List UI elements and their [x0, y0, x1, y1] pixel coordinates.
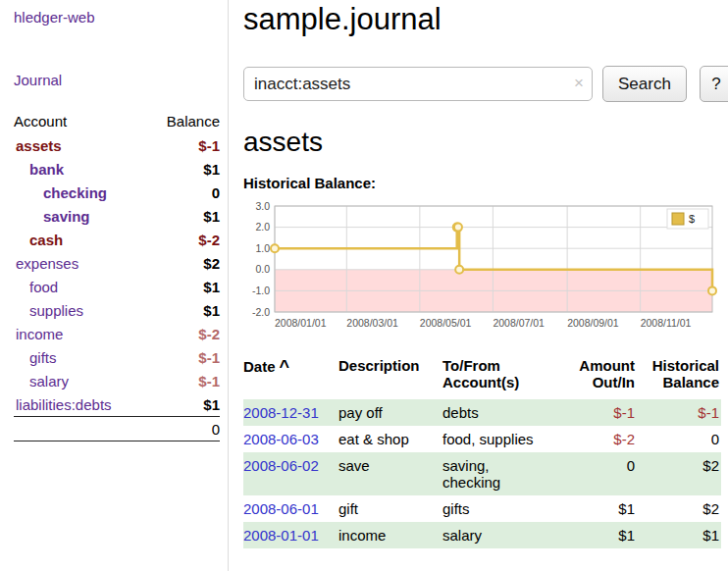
account-link[interactable]: salary [29, 373, 69, 389]
svg-text:2.0: 2.0 [255, 221, 270, 233]
register-header-amount: Amount Out/In [552, 355, 637, 399]
account-row: liabilities:debts$1 [14, 392, 220, 417]
transaction-date-link[interactable]: 2008-06-02 [243, 457, 319, 474]
svg-text:2008/01/01: 2008/01/01 [275, 317, 327, 329]
transaction-amount: $-2 [552, 426, 637, 452]
transaction-date-cell: 2008-06-03 [243, 426, 338, 452]
account-balance: $-1 [147, 133, 220, 157]
account-link[interactable]: checking [43, 184, 107, 201]
account-name-cell: cash [14, 228, 147, 251]
account-name-cell: saving [14, 204, 147, 228]
transaction-amount: $-1 [552, 399, 637, 426]
chart-canvas: 3.02.01.00.0-1.0-2.02008/01/012008/03/01… [243, 198, 720, 337]
account-link[interactable]: saving [43, 208, 90, 225]
account-balance: $1 [147, 204, 220, 228]
account-name-cell: bank [14, 157, 147, 181]
account-balance: $-1 [147, 369, 220, 392]
account-link[interactable]: food [29, 279, 58, 295]
svg-text:2008/03/01: 2008/03/01 [346, 317, 398, 329]
account-balance: $1 [147, 275, 220, 298]
account-row: expenses$2 [14, 251, 220, 275]
account-row: gifts$-1 [14, 345, 220, 369]
transaction-description: gift [338, 495, 442, 522]
svg-text:-1.0: -1.0 [252, 285, 270, 296]
sort-ascending-icon: ^ [280, 357, 290, 377]
account-name-cell: supplies [14, 298, 147, 322]
transaction-date-cell: 2008-06-02 [243, 452, 338, 495]
transaction-description: income [338, 522, 442, 548]
account-balance: $1 [147, 392, 220, 417]
account-link[interactable]: expenses [16, 255, 78, 272]
account-balance: 0 [147, 181, 220, 204]
transaction-accounts: saving, checking [442, 452, 552, 495]
accounts-header-balance: Balance [147, 109, 220, 133]
account-row: supplies$1 [14, 298, 220, 322]
account-name-cell: assets [14, 133, 147, 157]
account-link[interactable]: gifts [29, 349, 57, 366]
register-row: 2008-06-02savesaving, checking0$2 [243, 452, 721, 495]
transaction-balance: 0 [637, 426, 721, 452]
transaction-accounts: food, supplies [442, 426, 552, 452]
account-name-cell: gifts [14, 345, 147, 369]
account-balance: $1 [147, 298, 220, 322]
account-row: food$1 [14, 275, 220, 298]
accounts-table: Account Balance assets$-1bank$1checking0… [14, 109, 220, 441]
account-link[interactable]: assets [16, 137, 62, 154]
app-title-link[interactable]: hledger-web [14, 9, 95, 26]
search-box: × [243, 67, 593, 101]
transaction-description: save [338, 452, 442, 495]
account-balance: $-2 [147, 228, 220, 251]
transaction-date-link[interactable]: 2008-06-01 [243, 500, 319, 517]
svg-text:3.0: 3.0 [255, 200, 270, 212]
transaction-date-link[interactable]: 2008-06-03 [243, 431, 319, 447]
account-link[interactable]: income [16, 326, 63, 342]
account-row: assets$-1 [14, 133, 220, 157]
account-balance: $2 [147, 251, 220, 275]
transaction-accounts: gifts [442, 495, 552, 522]
account-name-cell: liabilities:debts [14, 392, 147, 417]
account-row: income$-2 [14, 322, 220, 345]
clear-search-icon[interactable]: × [574, 74, 584, 93]
accounts-header-row: Account Balance [14, 109, 220, 133]
accounts-total-spacer [14, 417, 147, 441]
accounts-header-account: Account [14, 109, 147, 133]
search-input[interactable] [243, 67, 593, 101]
account-link[interactable]: bank [29, 161, 64, 178]
transaction-amount: 0 [552, 452, 637, 495]
svg-text:0.0: 0.0 [255, 263, 270, 275]
svg-text:-2.0: -2.0 [252, 306, 270, 318]
register-header-description: Description [338, 355, 442, 399]
sidebar-item-journal[interactable]: Journal [14, 72, 62, 88]
app-root: hledger-web Journal Account Balance asse… [0, 0, 728, 571]
account-link[interactable]: cash [29, 232, 63, 248]
transaction-date-cell: 2008-06-01 [243, 495, 338, 522]
help-button[interactable]: ? [700, 66, 728, 102]
transaction-date-cell: 2008-01-01 [243, 522, 338, 548]
register-header-date[interactable]: Date^ [243, 355, 338, 399]
accounts-total-row: 0 [14, 417, 220, 441]
transaction-date-link[interactable]: 2008-12-31 [243, 404, 319, 421]
transaction-amount: $1 [552, 522, 637, 548]
search-button[interactable]: Search [602, 66, 687, 102]
svg-text:2008/05/01: 2008/05/01 [420, 317, 472, 329]
account-link[interactable]: supplies [29, 302, 83, 319]
account-row: salary$-1 [14, 369, 220, 392]
register-table: Date^ Description To/From Account(s) Amo… [243, 355, 721, 548]
transaction-accounts: salary [442, 522, 552, 548]
register-row: 2008-06-03eat & shopfood, supplies$-20 [243, 426, 721, 452]
transaction-balance: $-1 [637, 399, 721, 426]
account-heading: assets [243, 127, 728, 158]
transaction-accounts: debts [442, 399, 552, 426]
register-header-balance: Historical Balance [637, 355, 721, 399]
account-link[interactable]: liabilities:debts [16, 396, 112, 413]
transaction-date-link[interactable]: 2008-01-01 [243, 527, 319, 544]
account-balance: $-1 [147, 345, 220, 369]
account-row: cash$-2 [14, 228, 220, 251]
svg-text:2008/11/01: 2008/11/01 [641, 317, 692, 329]
page-title: sample.journal [243, 2, 728, 37]
transaction-balance: $2 [637, 495, 721, 522]
historical-balance-chart: 3.02.01.00.0-1.0-2.02008/01/012008/03/01… [243, 198, 728, 337]
account-row: bank$1 [14, 157, 220, 181]
transaction-balance: $1 [637, 522, 721, 548]
transaction-description: pay off [338, 399, 442, 426]
